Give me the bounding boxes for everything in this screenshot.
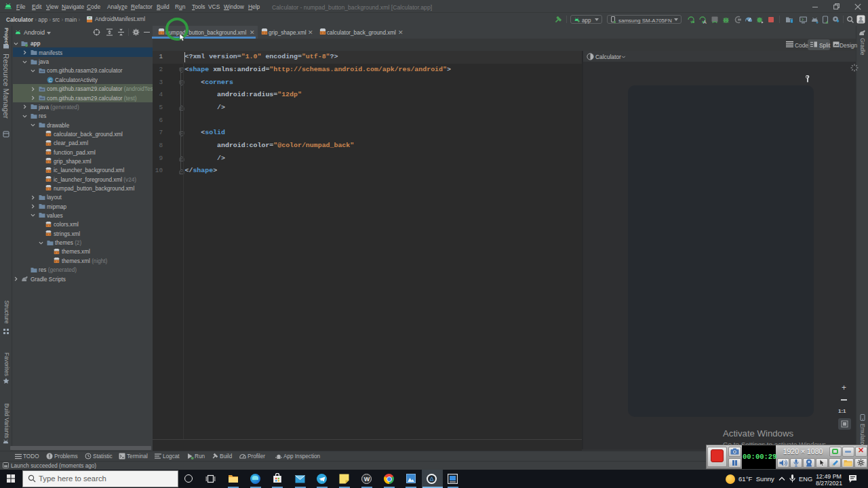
svg-text:C: C <box>48 77 52 82</box>
svg-text:A: A <box>703 20 707 24</box>
